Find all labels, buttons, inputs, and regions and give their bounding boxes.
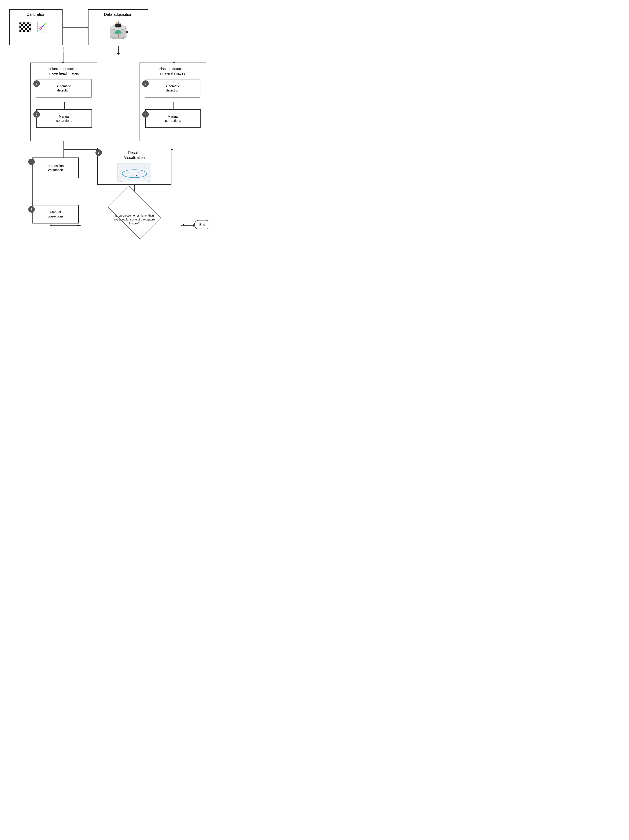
badge-7: 7 [28,206,35,213]
badge-6: 6 [95,149,102,156]
overhead-detection-title: Plant tip detection in overhead images [34,66,93,76]
badge-5: 5 [28,159,35,165]
auto-detection-3-box: Automatic detection [145,79,201,98]
data-acquisition-icon [107,19,130,41]
arrow-no [181,225,194,226]
manual-corrections-2-label: Manual corrections [56,114,72,123]
arrow-1-to-2 [64,103,65,109]
svg-point-28 [116,22,117,24]
auto-detection-1-label: Automatic detection [57,84,71,92]
arrow-data-down [118,46,119,54]
end-box: End [194,220,209,229]
svg-text:X Label: X Label [119,180,123,182]
arrow-yes [51,225,77,226]
svg-point-38 [130,172,130,172]
end-label: End [199,223,205,227]
position-estimation-label: 3D position estimation [47,164,64,172]
data-acquisition-title: Data adquisition [91,12,145,17]
svg-point-40 [138,172,139,172]
calibration-title: Calibration [12,12,60,17]
svg-line-2 [35,30,38,32]
badge-3: 3 [142,81,149,87]
data-acquisition-box: Data adquisition [88,9,148,45]
arrow-5-to-6 [79,168,98,168]
badge-1: 1 [33,81,40,87]
lateral-detection-outer: Plant tip detection in lateral images 3 … [139,63,206,141]
arrow-to-lateral [174,54,174,63]
arrow-to-overhead [63,54,63,63]
manual-corrections-4-label: Manual corrections [165,114,181,123]
svg-text:Y Label: Y Label [145,180,150,182]
manual-corrections-7-box: Manual corrections [32,205,79,224]
svg-point-39 [134,169,135,170]
overhead-detection-outer: Plant tip detection in overhead images 1… [30,63,97,141]
calibration-3d-chart [34,19,52,35]
flowchart: Calibration [5,5,204,278]
svg-rect-27 [118,21,119,24]
badge-4: 4 [142,111,149,118]
svg-point-20 [114,32,118,34]
results-chart: X Label Y Label [116,162,153,182]
badge-2: 2 [33,111,40,118]
results-visualization-box: Results Visualization X Label Y Label [97,148,171,185]
results-visualization-title: Results Visualization [124,150,145,160]
arrow-cal-to-data [63,27,88,28]
line-overhead-down [63,141,64,149]
svg-point-12 [40,29,41,30]
svg-point-9 [44,24,45,25]
svg-point-8 [43,25,44,26]
svg-point-11 [46,24,47,25]
svg-point-5 [39,28,40,29]
svg-point-13 [41,28,42,29]
dashed-v-left [63,47,63,54]
checkerboard-icon [19,22,31,32]
svg-point-42 [131,175,133,176]
arrow-7-to-5-v [32,160,33,205]
lateral-detection-title: Plant tip detection in lateral images [143,66,202,76]
svg-point-21 [118,32,122,34]
svg-point-25 [119,25,119,25]
manual-corrections-4-box: Manual corrections [145,109,201,128]
svg-rect-26 [126,31,128,33]
auto-detection-1-box: Automatic detection [36,79,92,98]
position-estimation-box: 3D position estimation [32,158,79,178]
manual-corrections-7-label: Manual corrections [48,210,63,218]
auto-detection-3-label: Automatic detection [166,84,180,92]
svg-point-14 [38,30,39,31]
svg-point-10 [45,23,46,24]
arrow-3-to-4 [173,103,174,109]
decision-text: Is reprojection error higher than expect… [112,214,156,225]
svg-point-41 [136,175,137,176]
decision-diamond-container: Is reprojection error higher than expect… [88,196,181,243]
dashed-v-right [174,47,174,54]
decision-diamond [107,186,161,240]
yes-label: Yes [76,224,81,227]
manual-corrections-2-box: Manual corrections [36,109,92,128]
dashed-h-main [63,54,174,54]
svg-point-7 [41,26,43,27]
calibration-box: Calibration [9,9,63,45]
line-lateral-down [173,141,173,149]
